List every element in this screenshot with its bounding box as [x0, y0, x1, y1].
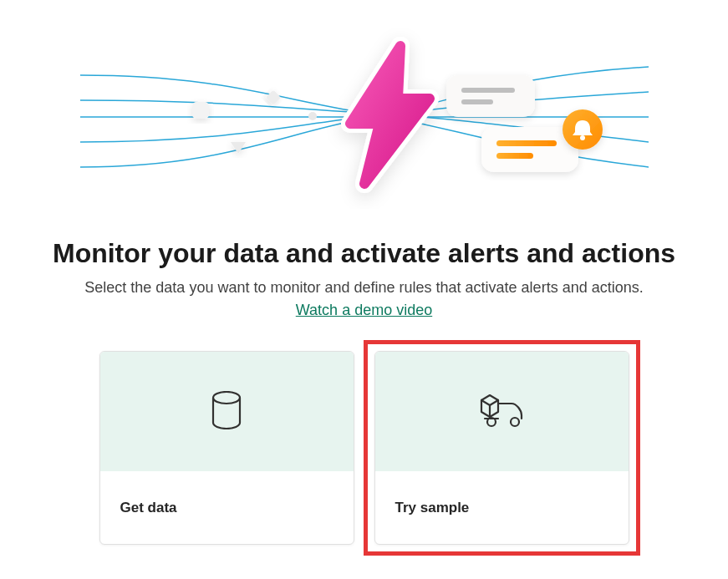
notification-bell-icon — [563, 109, 603, 150]
get-data-card-icon-area — [100, 352, 354, 471]
svg-rect-0 — [192, 102, 209, 119]
svg-rect-5 — [461, 99, 493, 104]
svg-rect-8 — [496, 153, 533, 159]
svg-point-11 — [213, 392, 240, 404]
card-row: Get data — [99, 351, 629, 545]
try-sample-card[interactable]: Try sample — [374, 351, 629, 545]
watch-demo-link[interactable]: Watch a demo video — [296, 302, 432, 319]
page-subtitle: Select the data you want to monitor and … — [84, 279, 643, 297]
page-container: Monitor your data and activate alerts an… — [0, 0, 728, 545]
database-icon — [210, 391, 243, 433]
try-sample-card-icon-area — [375, 352, 629, 471]
page-heading: Monitor your data and activate alerts an… — [53, 238, 675, 269]
get-data-label: Get data — [120, 500, 177, 516]
decoration-shapes — [192, 90, 317, 154]
svg-rect-3 — [446, 75, 535, 117]
hero-illustration — [80, 17, 649, 209]
get-data-card[interactable]: Get data — [99, 351, 354, 545]
svg-point-2 — [308, 112, 317, 120]
try-sample-label: Try sample — [395, 500, 470, 516]
svg-rect-1 — [265, 90, 280, 105]
svg-rect-4 — [461, 88, 515, 93]
svg-rect-7 — [496, 140, 557, 146]
svg-point-13 — [511, 418, 519, 426]
chat-card-gray — [446, 75, 535, 117]
delivery-truck-icon — [478, 392, 525, 432]
svg-point-10 — [580, 135, 585, 140]
